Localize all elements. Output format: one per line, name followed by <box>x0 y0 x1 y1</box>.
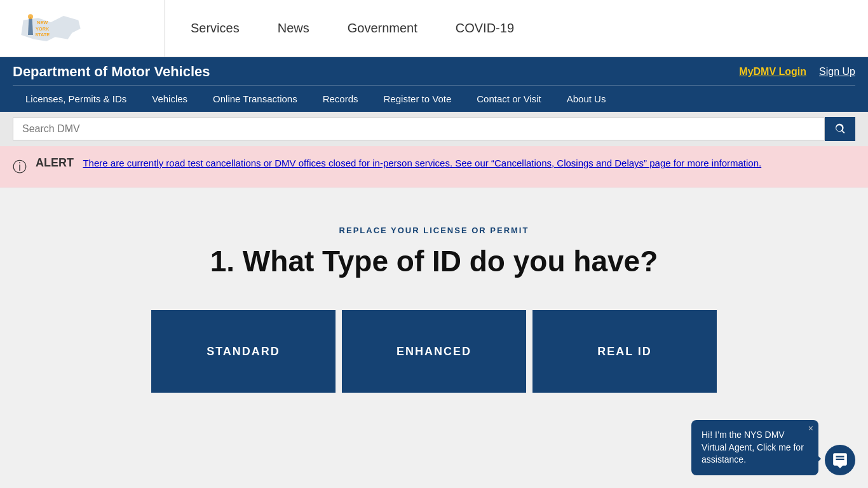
dmv-header: Department of Motor Vehicles MyDMV Login… <box>0 57 868 112</box>
logo-area: NEW YORK STATE <box>13 0 165 57</box>
search-input[interactable] <box>13 118 825 140</box>
card-standard[interactable]: Standard <box>151 310 336 393</box>
alert-label: ALERT <box>36 156 74 169</box>
id-cards: Standard Enhanced REAL ID <box>13 310 855 393</box>
dmv-login-area: MyDMV Login Sign Up <box>739 66 855 78</box>
svg-text:STATE: STATE <box>35 32 50 37</box>
nys-logo: NEW YORK STATE <box>13 10 89 48</box>
alert-link[interactable]: There are currently road test cancellati… <box>83 158 761 168</box>
nav-register-vote[interactable]: Register to Vote <box>371 86 465 112</box>
signup-link[interactable]: Sign Up <box>819 66 855 78</box>
chatbot-bubble[interactable]: × Hi! I’m the NYS DMV Virtual Agent, Cli… <box>691 420 818 444</box>
alert-content: ALERT There are currently road test canc… <box>36 156 761 171</box>
nav-contact[interactable]: Contact or Visit <box>464 86 553 112</box>
alert-bar: ⓘ ALERT There are currently road test ca… <box>0 146 868 187</box>
main-heading: 1. What Type of ID do you have? <box>13 244 855 278</box>
main-content: REPLACE YOUR LICENSE OR PERMIT 1. What T… <box>0 187 868 444</box>
nav-about[interactable]: About Us <box>554 86 619 112</box>
svg-point-3 <box>28 14 33 19</box>
nav-vehicles[interactable]: Vehicles <box>139 86 200 112</box>
nav-covid19[interactable]: COVID-19 <box>456 21 514 36</box>
nav-records[interactable]: Records <box>310 86 371 112</box>
card-real-id[interactable]: REAL ID <box>532 310 717 393</box>
svg-text:NEW: NEW <box>37 20 48 25</box>
search-icon <box>834 123 846 135</box>
alert-icon: ⓘ <box>13 158 27 177</box>
dmv-title-row: Department of Motor Vehicles MyDMV Login… <box>13 64 855 85</box>
card-enhanced[interactable]: Enhanced <box>342 310 526 393</box>
nav-services[interactable]: Services <box>191 21 240 36</box>
nav-news[interactable]: News <box>278 21 309 36</box>
chatbot-area: × Hi! I’m the NYS DMV Virtual Agent, Cli… <box>691 420 855 444</box>
step-label: REPLACE YOUR LICENSE OR PERMIT <box>13 226 855 235</box>
dmv-title: Department of Motor Vehicles <box>13 64 210 80</box>
nav-licenses[interactable]: Licenses, Permits & IDs <box>13 86 139 112</box>
top-nav: Services News Government COVID-19 <box>191 21 514 36</box>
search-bar-area <box>0 112 868 146</box>
nav-online-transactions[interactable]: Online Transactions <box>200 86 310 112</box>
nav-government[interactable]: Government <box>348 21 417 36</box>
top-bar: NEW YORK STATE Services News Government … <box>0 0 868 57</box>
search-button[interactable] <box>825 117 855 141</box>
svg-text:YORK: YORK <box>36 25 50 31</box>
dmv-nav: Licenses, Permits & IDs Vehicles Online … <box>13 85 855 112</box>
mydmv-login-link[interactable]: MyDMV Login <box>739 66 806 78</box>
chatbot-close-button[interactable]: × <box>808 423 813 435</box>
chatbot-bubble-text: Hi! I’m the NYS DMV Virtual Agent, Click… <box>702 430 804 444</box>
